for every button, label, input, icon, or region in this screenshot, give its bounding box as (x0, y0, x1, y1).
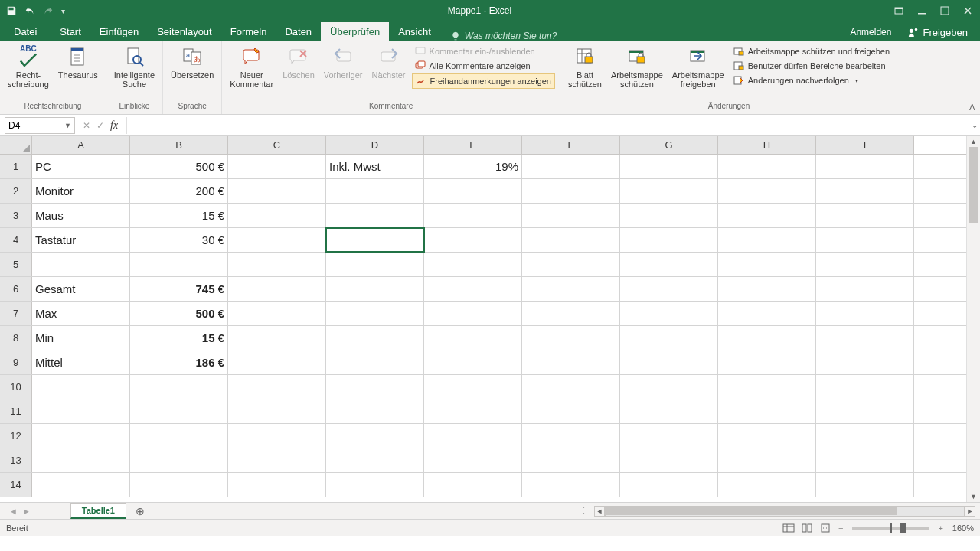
cell[interactable] (522, 228, 620, 252)
cell[interactable]: Inkl. Mwst (326, 155, 424, 178)
tab-data[interactable]: Daten (276, 22, 321, 41)
save-icon[interactable] (6, 5, 17, 16)
cell[interactable] (816, 228, 914, 252)
tab-start[interactable]: Start (51, 22, 90, 41)
cell[interactable] (718, 302, 816, 325)
show-ink-button[interactable]: Freihandanmerkungen anzeigen (412, 73, 555, 89)
cell[interactable] (816, 473, 914, 497)
cell[interactable] (424, 204, 522, 227)
row-header[interactable]: 2 (0, 179, 32, 203)
tab-insert[interactable]: Einfügen (90, 22, 148, 41)
cell[interactable] (326, 326, 424, 350)
cell[interactable] (228, 375, 326, 399)
cell[interactable] (424, 179, 522, 203)
cell[interactable] (522, 326, 620, 350)
protect-sheet-button[interactable]: Blatt schützen (565, 43, 605, 90)
cell[interactable] (32, 375, 130, 399)
cell[interactable] (522, 204, 620, 227)
translate-button[interactable]: aあ Übersetzen (168, 43, 217, 81)
row-header[interactable]: 5 (0, 253, 32, 276)
cell[interactable] (326, 399, 424, 423)
cell[interactable] (718, 326, 816, 350)
cell[interactable] (228, 277, 326, 301)
cell[interactable] (718, 424, 816, 448)
row-header[interactable]: 11 (0, 399, 32, 423)
cell[interactable] (130, 424, 228, 448)
cell[interactable] (718, 350, 816, 374)
cell[interactable] (620, 448, 718, 472)
expand-formula-bar-icon[interactable]: ⌄ (969, 121, 980, 129)
share-workbook-button[interactable]: Arbeitsmappe freigeben (669, 43, 727, 90)
cell[interactable]: 15 € (130, 326, 228, 350)
cell[interactable] (816, 375, 914, 399)
cell[interactable] (228, 179, 326, 203)
cell[interactable] (816, 277, 914, 301)
cell[interactable] (424, 473, 522, 497)
thesaurus-button[interactable]: Thesaurus (55, 43, 101, 81)
cell[interactable] (522, 302, 620, 325)
cell[interactable] (620, 424, 718, 448)
row-header[interactable]: 12 (0, 424, 32, 448)
cell[interactable] (326, 228, 424, 252)
cell[interactable] (228, 448, 326, 472)
cell[interactable] (620, 179, 718, 203)
cell[interactable]: Gesamt (32, 277, 130, 301)
row-header[interactable]: 6 (0, 277, 32, 301)
column-header[interactable]: E (424, 136, 522, 154)
cell[interactable] (424, 326, 522, 350)
page-break-view-icon[interactable] (817, 522, 834, 534)
smart-lookup-button[interactable]: Intelligente Suche (111, 43, 158, 90)
cell[interactable] (718, 448, 816, 472)
cell[interactable]: 15 € (130, 204, 228, 227)
qat-customize-icon[interactable]: ▾ (61, 7, 65, 15)
sheet-tab[interactable]: Tabelle1 (70, 503, 126, 519)
cell[interactable] (620, 302, 718, 325)
cell[interactable] (424, 350, 522, 374)
column-header[interactable]: H (718, 136, 816, 154)
row-header[interactable]: 10 (0, 375, 32, 399)
sheet-nav-next-icon[interactable]: ► (22, 507, 31, 516)
cell[interactable] (424, 228, 522, 252)
cell[interactable] (620, 204, 718, 227)
cell[interactable] (228, 302, 326, 325)
page-layout-view-icon[interactable] (799, 522, 815, 534)
cell[interactable] (32, 448, 130, 472)
insert-function-icon[interactable]: fx (110, 119, 118, 132)
scroll-down-icon[interactable]: ▼ (967, 491, 980, 502)
cell[interactable] (816, 155, 914, 178)
track-changes-button[interactable]: Änderungen nachverfolgen▾ (730, 73, 893, 87)
cell[interactable]: 30 € (130, 228, 228, 252)
cell[interactable] (326, 473, 424, 497)
cell[interactable] (816, 448, 914, 472)
cell[interactable]: PC (32, 155, 130, 178)
cell[interactable]: Maus (32, 204, 130, 227)
name-box-dropdown-icon[interactable]: ▼ (64, 122, 71, 129)
cell[interactable] (718, 228, 816, 252)
collapse-ribbon-icon[interactable]: ᐱ (969, 103, 975, 112)
cell[interactable] (522, 350, 620, 374)
cell[interactable] (620, 326, 718, 350)
cell[interactable] (816, 399, 914, 423)
cell[interactable] (228, 473, 326, 497)
cell[interactable] (32, 424, 130, 448)
row-header[interactable]: 13 (0, 448, 32, 472)
row-header[interactable]: 1 (0, 155, 32, 178)
cell[interactable] (620, 399, 718, 423)
hscroll-thumb[interactable] (606, 507, 897, 515)
cell[interactable] (424, 253, 522, 276)
cell[interactable] (32, 399, 130, 423)
cell[interactable] (620, 350, 718, 374)
cell[interactable] (816, 179, 914, 203)
cell[interactable] (816, 204, 914, 227)
cell[interactable] (424, 448, 522, 472)
cell[interactable] (620, 473, 718, 497)
row-header[interactable]: 7 (0, 302, 32, 325)
select-all-cell[interactable] (0, 136, 32, 154)
cell[interactable]: Mittel (32, 350, 130, 374)
hscroll-right-icon[interactable]: ► (965, 506, 975, 517)
cell[interactable] (718, 179, 816, 203)
row-header[interactable]: 14 (0, 473, 32, 497)
close-icon[interactable] (963, 6, 972, 15)
undo-icon[interactable] (24, 5, 35, 16)
cell[interactable] (130, 448, 228, 472)
